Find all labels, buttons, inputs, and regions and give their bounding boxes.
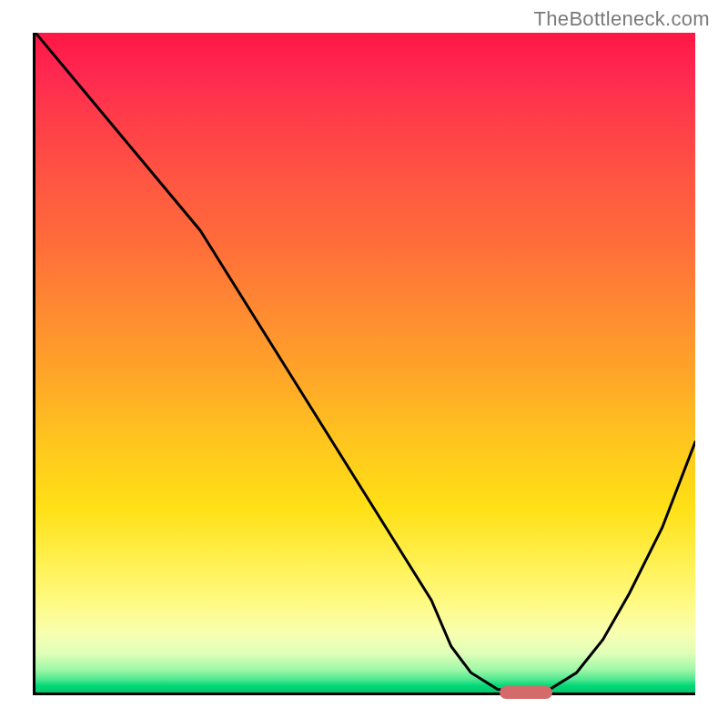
watermark-text: TheBottleneck.com xyxy=(534,7,710,31)
bottleneck-curve-line xyxy=(35,33,695,693)
curve-svg xyxy=(35,33,695,693)
chart-area xyxy=(33,33,695,695)
optimal-marker xyxy=(500,686,552,699)
